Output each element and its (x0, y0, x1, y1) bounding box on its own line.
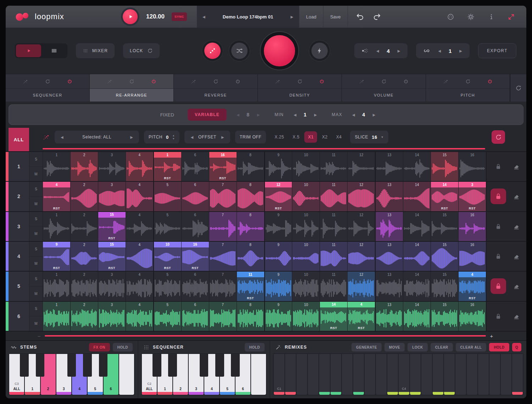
step-cell[interactable]: 9 (264, 212, 292, 241)
step-cell[interactable]: 13 (375, 272, 403, 301)
preset-next-button[interactable]: ▶ (289, 13, 295, 20)
remix-q-button[interactable]: Q (512, 343, 521, 351)
solo-button[interactable]: S (29, 242, 43, 257)
step-cell[interactable]: 14RST (431, 182, 458, 211)
step-cell[interactable]: 3 (98, 182, 126, 211)
tab-pitch[interactable]: PITCH (426, 74, 510, 102)
step-cell[interactable]: 7 (209, 212, 237, 241)
trim-toggle-button[interactable]: TRIM OFF (235, 131, 266, 143)
mute-button[interactable]: M (29, 286, 43, 301)
step-cell[interactable]: 14 (403, 272, 431, 301)
step-cell[interactable]: 15 (431, 272, 458, 301)
row-lock-button[interactable] (494, 222, 503, 231)
power-icon[interactable] (403, 79, 409, 84)
row-erase-button[interactable] (513, 163, 520, 170)
tab-rearrange[interactable]: RE-ARRANGE (90, 74, 174, 102)
selection-next-button[interactable]: ▶ (129, 134, 134, 141)
step-cell[interactable]: 1 (43, 302, 70, 331)
preset-prev-button[interactable]: ◀ (201, 13, 207, 20)
row-lock-button[interactable] (491, 189, 506, 204)
solo-button[interactable]: S (29, 212, 43, 227)
step-cell[interactable]: 11 (320, 272, 347, 301)
fixed-count-next-button[interactable]: ▶ (256, 111, 261, 118)
remove-bar-button[interactable]: – (35, 333, 43, 339)
step-cell[interactable]: 8 (237, 212, 264, 241)
step-cell[interactable]: 6 (181, 212, 209, 241)
mute-button[interactable]: M (29, 316, 43, 331)
step-cell[interactable]: 16 (458, 242, 486, 271)
remix-move-button[interactable]: MOVE (384, 343, 405, 351)
loop-prev-button[interactable]: ◀ (437, 48, 442, 54)
row-lock-button[interactable] (494, 162, 503, 171)
piano-black-key[interactable] (153, 354, 161, 377)
remix-clear-button[interactable]: CLEAR (431, 343, 453, 351)
save-button[interactable]: Save (323, 6, 348, 28)
row-erase-button[interactable] (513, 313, 520, 320)
step-cell[interactable]: 4 (126, 302, 153, 331)
shuffle-button[interactable] (231, 43, 248, 59)
tab-sequencer[interactable]: SEQUENCER (6, 74, 90, 102)
midi-icon[interactable] (447, 13, 454, 21)
step-cell[interactable]: 5 (153, 302, 181, 331)
remix-key[interactable] (353, 354, 364, 395)
selection-prev-button[interactable]: ◀ (59, 134, 65, 141)
solo-button[interactable]: S (29, 272, 43, 286)
step-cell[interactable]: 7 (209, 302, 237, 331)
row-erase-button[interactable] (513, 253, 520, 260)
piano-black-key[interactable] (20, 354, 29, 377)
step-cell[interactable]: 13 (375, 302, 403, 331)
row-lock-button[interactable] (491, 278, 506, 294)
step-cell[interactable]: 2 (70, 182, 98, 211)
piano-black-key[interactable] (36, 354, 45, 377)
step-cell[interactable]: 3 (98, 302, 126, 331)
row-number[interactable]: 4 (9, 242, 29, 271)
remix-key[interactable] (319, 354, 330, 395)
step-cell[interactable]: 16 (458, 212, 486, 241)
step-cell[interactable]: 11 (320, 152, 347, 181)
step-cell[interactable]: 4 (126, 182, 153, 211)
step-cell[interactable]: 14 (403, 242, 431, 271)
remix-hold-button[interactable]: HOLD (489, 343, 509, 351)
step-cell[interactable]: 11 (320, 182, 347, 211)
step-cell[interactable]: 15 (431, 242, 458, 271)
solo-button[interactable]: S (29, 182, 43, 197)
step-cell[interactable]: 4 (126, 152, 153, 181)
step-cell[interactable]: 12 (347, 182, 375, 211)
step-cell[interactable]: 7 (209, 242, 237, 271)
step-cell[interactable]: 14RST (320, 302, 347, 331)
remix-key[interactable] (308, 354, 318, 395)
offset-next-button[interactable]: ▶ (220, 134, 226, 141)
rotate-slices-button[interactable] (492, 130, 505, 144)
row-erase-button[interactable] (513, 283, 520, 290)
reset-icon[interactable] (45, 79, 50, 84)
step-cell[interactable]: 15 (431, 302, 458, 331)
fixed-mode-button[interactable]: FIXED (155, 109, 179, 121)
step-cell[interactable]: 2 (70, 272, 98, 301)
step-cell[interactable]: 5 (153, 212, 181, 241)
step-cell[interactable]: 8 (237, 152, 264, 181)
mute-button[interactable]: M (29, 167, 43, 181)
remix-key[interactable] (410, 354, 421, 395)
row-lock-button[interactable] (494, 252, 503, 261)
step-cell[interactable]: 6 (181, 272, 209, 301)
step-cell[interactable]: 7 (209, 272, 237, 301)
remix-key[interactable] (331, 354, 341, 395)
preset-name[interactable]: Demo Loop 174bpm 01 (223, 14, 273, 20)
row-number[interactable]: 5 (9, 272, 29, 301)
reset-icon[interactable] (213, 79, 218, 84)
remix-key[interactable] (489, 354, 500, 395)
step-cell[interactable]: 13 (375, 242, 403, 271)
step-cell[interactable]: 16RST (181, 242, 209, 271)
resize-icon[interactable] (508, 13, 515, 21)
mute-button[interactable]: M (29, 257, 43, 271)
step-cell[interactable]: 10 (292, 212, 320, 241)
step-cell[interactable]: 1RST (153, 152, 181, 181)
remix-key[interactable] (433, 354, 443, 395)
step-cell[interactable]: 13 (375, 182, 403, 211)
remix-key[interactable] (455, 354, 466, 395)
bottom-playhead-bar[interactable] (45, 335, 486, 337)
add-bar-button[interactable]: + (488, 333, 495, 339)
step-cell[interactable]: 13 (375, 212, 403, 241)
power-icon[interactable] (235, 79, 240, 84)
step-cell[interactable]: 2 (70, 152, 98, 181)
